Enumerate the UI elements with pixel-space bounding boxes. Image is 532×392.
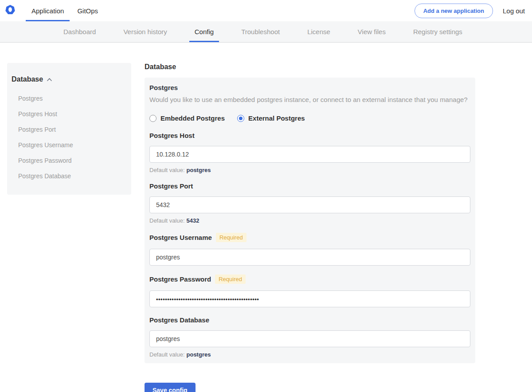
kots-logo-icon (5, 5, 15, 16)
tab-troubleshoot-label: Troubleshoot (241, 28, 280, 35)
field-postgres-port: Postgres Port Default value:5432 (149, 182, 470, 224)
config-section-title: Database (145, 63, 475, 71)
field-postgres-password: Postgres Password Required (149, 274, 470, 307)
config-sidebar: Database Postgres Postgres Host Postgres… (7, 63, 131, 195)
field-postgres-username: Postgres Username Required (149, 233, 470, 266)
save-config-button[interactable]: Save config (145, 383, 196, 392)
sidebar-item-postgres-username[interactable]: Postgres Username (12, 137, 127, 153)
config-main: Database Postgres Would you like to use … (145, 63, 475, 392)
radio-embedded-postgres[interactable]: Embedded Postgres (149, 114, 225, 122)
sidebar-group-database[interactable]: Database (12, 75, 127, 83)
tab-registry-settings-label: Registry settings (413, 28, 462, 35)
postgres-username-input[interactable] (149, 249, 470, 266)
tab-dashboard-label: Dashboard (63, 28, 96, 35)
config-group-help-text: Would you like to use an embedded postgr… (149, 96, 470, 103)
field-label: Postgres Database (149, 316, 209, 324)
tab-view-files-label: View files (358, 28, 386, 35)
sidebar-item-postgres-password[interactable]: Postgres Password (12, 153, 127, 169)
field-label: Postgres Port (149, 182, 193, 190)
sidebar-item-postgres-database[interactable]: Postgres Database (12, 169, 127, 184)
logout-link[interactable]: Log out (503, 7, 525, 15)
sidebar-item-postgres-port[interactable]: Postgres Port (12, 122, 127, 137)
default-value-label: Default value: (149, 167, 185, 173)
default-value-text: postgres (187, 167, 211, 173)
field-label: Postgres Password (149, 275, 211, 283)
app-subnav: Dashboard Version history Config Trouble… (0, 21, 532, 43)
tab-config-label: Config (195, 28, 214, 35)
tab-application[interactable]: Application (26, 0, 70, 21)
config-group-panel: Postgres Would you like to use an embedd… (145, 78, 475, 363)
tab-license-label: License (307, 28, 330, 35)
default-value-label: Default value: (149, 217, 185, 224)
config-group-label: Postgres (149, 84, 470, 91)
tab-version-history[interactable]: Version history (118, 21, 172, 42)
default-value-text: postgres (187, 351, 211, 358)
postgres-database-input[interactable] (149, 330, 470, 347)
postgres-type-radio-group: Embedded Postgres External Postgres (149, 114, 470, 122)
config-page: Database Postgres Postgres Host Postgres… (0, 63, 532, 392)
field-postgres-database: Postgres Database Default value:postgres (149, 316, 470, 358)
default-value-row: Default value:postgres (149, 167, 470, 173)
tab-dashboard[interactable]: Dashboard (58, 21, 101, 42)
tab-license[interactable]: License (302, 21, 336, 42)
radio-embedded-postgres-label: Embedded Postgres (160, 114, 225, 122)
default-value-text: 5432 (187, 217, 200, 224)
tab-gitops[interactable]: GitOps (71, 0, 104, 21)
postgres-password-input[interactable] (149, 290, 470, 307)
tab-view-files[interactable]: View files (352, 21, 391, 42)
field-label: Postgres Username (149, 234, 212, 241)
default-value-label: Default value: (149, 351, 185, 358)
top-nav-right: Add a new application Log out (415, 0, 532, 21)
tab-troubleshoot[interactable]: Troubleshoot (236, 21, 285, 42)
field-label: Postgres Host (149, 132, 195, 139)
tab-version-history-label: Version history (123, 28, 167, 35)
default-value-row: Default value:5432 (149, 217, 470, 224)
add-application-button[interactable]: Add a new application (415, 4, 493, 18)
top-tab-bar: Application GitOps (26, 0, 106, 21)
radio-unchecked-icon (149, 115, 156, 122)
radio-external-postgres-label: External Postgres (248, 114, 305, 122)
required-badge: Required (215, 274, 246, 284)
sidebar-item-postgres[interactable]: Postgres (12, 91, 127, 106)
top-nav: Application GitOps Add a new application… (0, 0, 532, 21)
field-postgres-host: Postgres Host Default value:postgres (149, 132, 470, 173)
required-badge: Required (216, 233, 246, 242)
app-logo[interactable] (0, 0, 26, 21)
tab-config[interactable]: Config (189, 21, 219, 42)
radio-external-postgres[interactable]: External Postgres (237, 114, 305, 122)
default-value-row: Default value:postgres (149, 351, 470, 358)
chevron-up-icon (47, 75, 52, 83)
sidebar-group-label: Database (12, 75, 43, 83)
postgres-host-input[interactable] (149, 146, 470, 163)
radio-checked-icon (237, 115, 244, 122)
tab-gitops-label: GitOps (77, 7, 98, 15)
tab-registry-settings[interactable]: Registry settings (408, 21, 468, 42)
sidebar-item-postgres-host[interactable]: Postgres Host (12, 106, 127, 122)
tab-application-label: Application (31, 7, 64, 15)
postgres-port-input[interactable] (149, 196, 470, 213)
